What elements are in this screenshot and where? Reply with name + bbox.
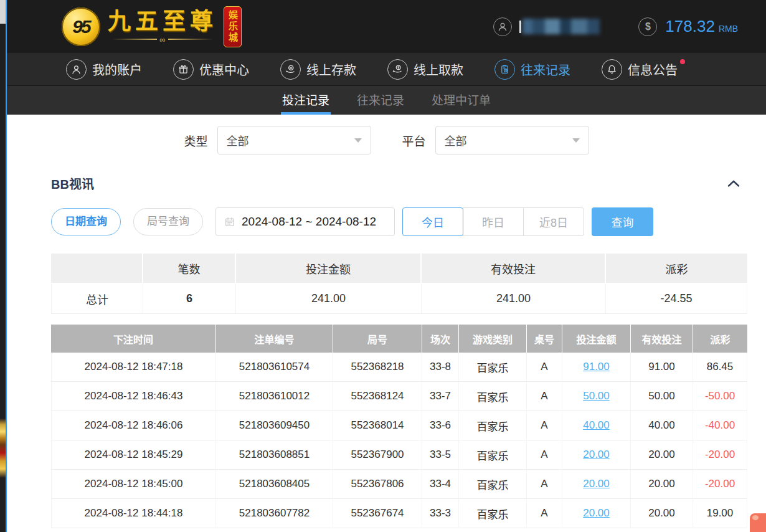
cell-time: 2024-08-12 18:47:18	[51, 353, 216, 382]
cell-time: 2024-08-12 18:45:29	[51, 440, 216, 470]
cell-pay: -20.00	[693, 440, 747, 470]
page: 95 九五至尊 ∞ 娱乐城	[7, 0, 766, 528]
bet-amount-link[interactable]: 20.00	[583, 507, 610, 519]
cell-session: 33-7	[422, 382, 459, 411]
quick-range-group: 今日 昨日 近8日	[402, 207, 584, 236]
table-row: 2024-08-12 18:46:06 521803609450 5523680…	[51, 411, 747, 440]
nav-item-announcements[interactable]: 信息公告	[602, 59, 678, 80]
cell-table-no: A	[527, 353, 562, 382]
background-gold-widget-fragment	[0, 419, 6, 478]
cell-time: 2024-08-12 18:45:00	[51, 470, 216, 499]
tab-bet-records[interactable]: 投注记录	[281, 86, 331, 115]
collapse-chevron-up-icon[interactable]	[727, 180, 740, 187]
platform-select[interactable]: 全部	[435, 126, 589, 154]
chevron-down-icon	[572, 138, 580, 143]
header-session: 场次	[422, 325, 459, 353]
cell-game: 百家乐	[459, 470, 527, 499]
date-range-input[interactable]: 2024-08-12 ~ 2024-08-12	[215, 207, 395, 236]
header-valid-bet: 有效投注	[631, 325, 693, 353]
cell-round-no: 552367674	[333, 499, 422, 528]
logo-95-icon: 95	[62, 7, 100, 46]
date-range-value: 2024-08-12 ~ 2024-08-12	[242, 215, 376, 229]
cell-game: 百家乐	[459, 411, 527, 440]
cell-bet: 20.00	[562, 470, 631, 499]
cell-valid: 20.00	[631, 499, 693, 528]
table-row: 2024-08-12 18:45:00 521803608405 5523678…	[51, 470, 747, 499]
header-bet-amount: 投注金额	[562, 325, 631, 353]
nav-item-my-account[interactable]: 我的账户	[66, 59, 142, 80]
bell-icon	[602, 59, 622, 80]
today-button[interactable]: 今日	[402, 207, 463, 236]
header-pay: 派彩	[693, 325, 747, 353]
balance-currency: RMB	[719, 24, 738, 34]
date-query-button[interactable]: 日期查询	[51, 208, 121, 235]
header-order-no: 注单编号	[216, 325, 333, 353]
nav-item-transaction-records[interactable]: 往来记录	[494, 59, 570, 80]
cell-bet: 40.00	[562, 411, 631, 440]
type-filter-label: 类型	[184, 132, 207, 149]
cell-valid: 91.00	[631, 353, 693, 382]
site-logo[interactable]: 95 九五至尊 ∞ 娱乐城	[62, 6, 242, 47]
cell-order-no: 521803608851	[216, 440, 333, 470]
cell-bet: 50.00	[562, 382, 631, 411]
bet-amount-link[interactable]: 20.00	[583, 449, 610, 460]
summary-header-valid-bet: 有效投注	[422, 254, 606, 284]
cell-order-no: 521803608405	[216, 470, 333, 499]
cell-bet: 91.00	[562, 353, 631, 382]
summary-header-row: 笔数 投注金额 有效投注 派彩	[51, 254, 747, 284]
section-head: BB视讯	[7, 154, 766, 192]
cell-game: 百家乐	[459, 440, 527, 470]
top-header: 95 九五至尊 ∞ 娱乐城	[7, 0, 766, 53]
cell-round-no: 552368124	[333, 382, 422, 411]
round-query-button[interactable]: 局号查询	[133, 208, 203, 235]
cell-bet: 20.00	[562, 499, 631, 528]
summary-header-bet-amount: 投注金额	[236, 254, 422, 284]
calendar-icon	[224, 216, 235, 227]
record-tabs: 投注记录 往来记录 处理中订单	[7, 85, 766, 115]
floating-widget-fragment[interactable]	[750, 513, 766, 532]
balance-amount: 178.32	[665, 17, 715, 36]
tab-pending-orders[interactable]: 处理中订单	[430, 86, 492, 115]
table-row: 2024-08-12 18:44:18 521803607782 5523676…	[51, 499, 747, 528]
user-account-area[interactable]	[493, 17, 600, 36]
notification-dot	[680, 59, 685, 64]
logo-text: 九五至尊 ∞	[108, 10, 217, 44]
cell-session: 33-5	[422, 440, 459, 470]
yesterday-button[interactable]: 昨日	[463, 207, 524, 236]
bet-records-table: 下注时间 注单编号 局号 场次 游戏类别 桌号 投注金额 有效投注 派彩 202…	[51, 325, 747, 528]
cell-table-no: A	[527, 470, 562, 499]
header-game-type: 游戏类别	[459, 325, 527, 353]
bet-amount-link[interactable]: 20.00	[583, 478, 610, 490]
summary-total-row: 总计 6 241.00 241.00 -24.55	[51, 284, 747, 314]
bet-amount-link[interactable]: 40.00	[583, 419, 610, 431]
logo-title: 九五至尊	[108, 10, 217, 33]
username-redacted	[519, 19, 600, 34]
nav-item-promotions[interactable]: 优惠中心	[173, 59, 249, 80]
cell-time: 2024-08-12 18:44:18	[51, 499, 216, 528]
header-round-no: 局号	[333, 325, 422, 353]
tab-transaction-records[interactable]: 往来记录	[356, 86, 405, 115]
user-avatar-icon	[493, 17, 512, 36]
account-person-icon	[66, 59, 87, 80]
type-select[interactable]: 全部	[217, 126, 371, 154]
cell-pay: -40.00	[693, 411, 747, 440]
cell-order-no: 521803609450	[216, 411, 333, 440]
nav-item-withdraw[interactable]: 线上取款	[387, 59, 463, 80]
table-row: 2024-08-12 18:45:29 521803608851 5523679…	[51, 440, 747, 470]
summary-header-pay: 派彩	[606, 254, 747, 284]
cell-order-no: 521803610574	[216, 353, 333, 382]
logo-flourish-icon: ∞	[108, 36, 217, 44]
bet-amount-link[interactable]: 91.00	[583, 361, 610, 373]
cell-table-no: A	[527, 411, 562, 440]
cell-table-no: A	[527, 440, 562, 470]
cell-session: 33-8	[422, 353, 459, 382]
cell-session: 33-3	[422, 499, 459, 528]
bet-amount-link[interactable]: 50.00	[583, 390, 610, 402]
nav-item-deposit[interactable]: 线上存款	[280, 59, 356, 80]
background-window-corner	[0, 0, 6, 24]
cell-game: 百家乐	[459, 353, 527, 382]
cell-pay: 86.45	[693, 353, 747, 382]
cell-session: 33-4	[422, 470, 459, 499]
search-button[interactable]: 查询	[592, 207, 653, 236]
last-8-days-button[interactable]: 近8日	[523, 207, 584, 236]
